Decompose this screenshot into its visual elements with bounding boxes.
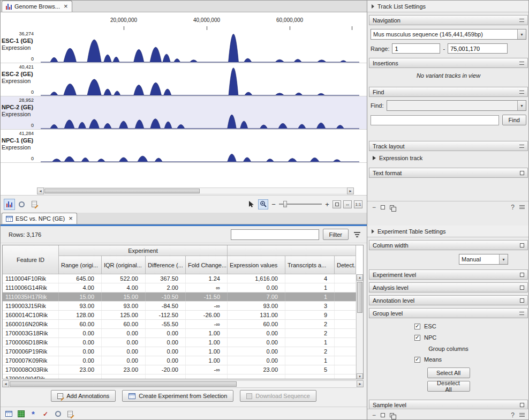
float-icon[interactable] [520, 171, 524, 175]
table-row[interactable]: 1700006D18Rik0.000.000.001.000.001 [3, 338, 356, 347]
advanced-filter-icon[interactable] [352, 230, 362, 239]
experiment-settings-panel-header[interactable]: Experiment Table Settings [367, 226, 529, 237]
group-analysis-level[interactable]: Analysis level [369, 282, 528, 292]
table-row[interactable]: 1700010I04Rik [3, 374, 356, 379]
zoom-100-button[interactable]: 1:1 [354, 200, 362, 208]
zoom-out-button[interactable]: − [270, 200, 277, 208]
minimize-icon[interactable]: − [372, 204, 376, 211]
collapse-icon[interactable] [519, 145, 524, 148]
filter-button[interactable]: Filter [323, 229, 349, 240]
scroll-right-button[interactable]: ▸ [357, 380, 364, 387]
zoom-to-selection-icon[interactable] [332, 200, 341, 208]
table-row[interactable]: 1700007K09Rik0.000.000.001.000.001 [3, 356, 356, 365]
help-icon[interactable]: ? [511, 204, 515, 211]
zoom-in-button[interactable]: + [324, 200, 330, 208]
table-row[interactable]: 1190003J15Rik93.0093.00-84.50-∞93.003 [3, 302, 356, 311]
panel-collapse-icon[interactable] [372, 4, 374, 9]
table-row[interactable]: 1700008O03Rik23.0023.00-20.00-∞23.005 [3, 365, 356, 374]
create-experiment-button[interactable]: Create Experiment from Selection [122, 390, 233, 402]
close-icon[interactable]: × [64, 4, 68, 9]
find-button[interactable]: Find [502, 115, 526, 125]
histogram-view-icon[interactable] [53, 409, 63, 419]
filter-input[interactable] [231, 229, 319, 240]
selection-cursor-icon[interactable] [246, 199, 256, 209]
scroll-left-button[interactable]: ◂ [37, 188, 44, 194]
table-row[interactable]: 1110004F10Rik645.00522.00367.501.241,616… [3, 274, 356, 283]
collapse-icon[interactable] [519, 91, 524, 94]
track-row[interactable]: 41,284NPC-1 (GE)Expression0 [1, 130, 367, 163]
track-row[interactable]: 36,274ESC-1 (GE)Expression0 [1, 30, 367, 63]
table-row[interactable]: 1600016N20Rik60.0060.00-55.50-∞60.002 [3, 320, 356, 329]
checkbox-row[interactable]: NPC [414, 334, 529, 341]
group-annotation-level[interactable]: Annotation level [369, 295, 528, 305]
tab-esc-vs-npc[interactable]: ESC vs. NPC (GE) × [2, 213, 77, 224]
track-settings-panel-header[interactable]: Track List Settings [367, 1, 529, 12]
column-header[interactable]: Transcripts a... [285, 256, 335, 274]
group-group-level[interactable]: Group level [369, 308, 528, 318]
scrollbar-track[interactable] [9, 380, 357, 388]
checkbox-row[interactable]: ESC [414, 323, 529, 329]
browser-view-icon[interactable] [4, 199, 15, 210]
checkbox-esc[interactable] [414, 324, 420, 329]
chevron-down-icon[interactable]: ▾ [499, 254, 508, 264]
scrollbar-track[interactable] [44, 188, 347, 194]
float-icon[interactable] [520, 298, 524, 303]
group-insertions[interactable]: Insertions [369, 58, 528, 68]
column-header[interactable]: Difference (... [146, 256, 186, 274]
column-header[interactable]: Fold Change... [186, 256, 228, 274]
group-text-format[interactable]: Text format [369, 168, 528, 178]
float-icon[interactable] [381, 413, 385, 417]
table-view-icon[interactable] [4, 409, 13, 419]
group-find[interactable]: Find [369, 87, 528, 97]
group-navigation[interactable]: Navigation [369, 15, 528, 25]
group-track-layout[interactable]: Track layout [369, 141, 528, 151]
help-icon[interactable]: ? [511, 412, 515, 418]
range-to-input[interactable] [448, 43, 508, 54]
checkbox-npc[interactable] [414, 335, 420, 341]
fit-width-icon[interactable]: ↔ [343, 200, 352, 208]
scrollbar-thumb[interactable] [44, 189, 200, 193]
float-icon[interactable] [520, 273, 524, 277]
scroll-down-button[interactable]: ▾ [357, 373, 363, 379]
column-width-mode-select[interactable]: Manual ▾ [459, 254, 508, 265]
group-column-width[interactable]: Column width [369, 240, 528, 250]
table-vertical-scrollbar[interactable]: ▴ ▾ [356, 274, 363, 379]
find-input[interactable] [371, 115, 499, 125]
annotation-edit-icon[interactable] [28, 199, 40, 210]
expression-track-expander[interactable]: Expression track [367, 151, 529, 165]
scatter-plot-view-icon[interactable]: * [28, 409, 38, 419]
scrollbar-thumb[interactable] [10, 381, 237, 387]
zoom-slider[interactable] [279, 200, 322, 208]
zoom-slider-thumb[interactable] [283, 201, 287, 207]
close-icon[interactable]: × [69, 216, 73, 221]
column-header[interactable]: Range (origi... [59, 256, 102, 274]
float-icon[interactable] [520, 286, 524, 290]
track-plot[interactable] [41, 32, 359, 63]
settings-menu-icon[interactable] [519, 413, 525, 417]
range-from-input[interactable] [392, 43, 440, 54]
table-row[interactable]: 1700003G18Rik0.000.000.001.000.002 [3, 329, 356, 338]
text-view-icon[interactable] [65, 409, 75, 419]
float-icon[interactable] [381, 205, 385, 209]
browser-horizontal-scrollbar[interactable]: ◂ ▸ [37, 188, 354, 194]
track-plot[interactable] [41, 65, 359, 96]
chevron-down-icon[interactable]: ▾ [517, 29, 526, 39]
scrollbar-thumb[interactable] [357, 282, 362, 313]
group-experiment-level[interactable]: Experiment level [369, 269, 528, 280]
column-header[interactable]: IQR (original... [102, 256, 146, 274]
settings-menu-icon[interactable] [519, 205, 525, 209]
column-header-feature-id[interactable]: Feature ID [3, 245, 59, 274]
sequence-selector[interactable]: Mus musculus sequence (145,441,459bp) ▾ [371, 29, 526, 40]
zoom-tool-icon[interactable] [258, 199, 268, 209]
scroll-up-button[interactable]: ▴ [357, 274, 363, 281]
table-horizontal-scrollbar[interactable]: ◂ ▸ [2, 380, 364, 388]
dock-icon[interactable] [390, 205, 394, 209]
collapse-icon[interactable] [519, 62, 524, 65]
scroll-right-button[interactable]: ▸ [347, 188, 354, 194]
tab-genome-browser[interactable]: Genome Brows... × [2, 1, 72, 12]
float-icon[interactable] [520, 403, 524, 407]
checkbox-means[interactable] [414, 357, 420, 363]
panel-collapse-icon[interactable] [372, 229, 374, 234]
column-header[interactable]: Detect... [335, 256, 356, 274]
collapse-icon[interactable] [519, 312, 524, 315]
